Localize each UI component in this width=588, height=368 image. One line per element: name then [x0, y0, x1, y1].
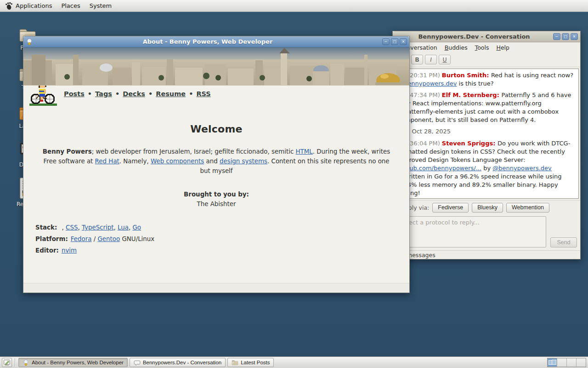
panel-menu-applications[interactable]: Applications — [0, 0, 57, 12]
chat-window-controls: −□× — [553, 33, 578, 40]
inline-link[interactable]: Web components — [151, 158, 204, 165]
format-u-button[interactable]: U — [439, 55, 451, 64]
format-i-button[interactable]: I — [425, 55, 437, 64]
panel-menu-system[interactable]: System — [85, 0, 116, 12]
text-segment: component, but it's still based on Patte… — [398, 116, 536, 123]
chat-message-line: improved Design Tokens Language Server: — [398, 156, 575, 164]
jerusalem-skyline — [23, 47, 409, 85]
chat-statusbar: messages — [393, 250, 580, 259]
text-segment: , — [78, 224, 82, 231]
text-segment: 94.4% less memory and 89.2% smaller bina… — [398, 181, 558, 188]
site-banner-image — [23, 47, 409, 85]
panel-menu-label: Places — [61, 2, 80, 9]
text-segment: / — [91, 236, 97, 242]
reply-webmention-button[interactable]: Webmention — [506, 203, 549, 213]
show-desktop-icon — [3, 359, 11, 366]
inline-link[interactable]: CSS — [66, 224, 78, 231]
lightbulb-icon — [26, 38, 33, 46]
inline-link[interactable]: Red Hat — [95, 158, 119, 165]
chat-reply-bar: Reply via: FediverseBlueskyWebmention — [393, 200, 580, 214]
close-button[interactable]: × — [571, 33, 578, 40]
text-segment: Red hat is using react now? — [491, 72, 573, 79]
text-segment: GNU/Linux — [120, 236, 154, 242]
show-desktop-button[interactable] — [2, 358, 12, 367]
chat-menu-buddies[interactable]: Buddies — [441, 43, 471, 52]
nav-bullet: • — [115, 90, 119, 98]
reply-fediverse-button[interactable]: Fediverse — [432, 203, 469, 213]
chat-message: (12:20:31 PM) Burton Smith: Red hat is u… — [398, 71, 575, 88]
meta-row: Editor:nvim — [35, 245, 409, 256]
inline-link[interactable]: Lua — [118, 224, 129, 231]
inline-link[interactable]: github.com/bennypowers/... — [398, 165, 481, 172]
inline-link[interactable]: Fedora — [71, 236, 92, 242]
chat-message-line: component, but it's still based on Patte… — [398, 116, 575, 124]
taskbar: About - Benny Powers, Web DeveloperBenny… — [0, 356, 588, 368]
chat-window-title: Bennypowers.Dev - Conversation — [395, 33, 553, 40]
text-segment: improved Design Tokens Language Server: — [398, 156, 526, 163]
panel-menu-bar: ApplicationsPlacesSystem — [0, 0, 116, 12]
inline-link[interactable]: @bennypowers.dev — [492, 165, 551, 172]
text-segment: Benny Powers — [43, 148, 92, 155]
brought-label: Brought to you by: — [23, 190, 409, 199]
chat-message-area[interactable]: (12:20:31 PM) Burton Smith: Red hat is u… — [394, 69, 579, 199]
chat-message-line: coding! — [398, 189, 575, 197]
workspace-4[interactable] — [576, 358, 586, 367]
chat-titlebar[interactable]: Bennypowers.Dev - Conversation −□× — [393, 31, 580, 42]
chat-message-line: (12:47:34 PM) Elf M. Sternberg: Patternf… — [398, 91, 575, 99]
maximize-button[interactable]: □ — [391, 38, 398, 45]
task-button-3[interactable]: Latest Posts — [227, 358, 274, 367]
maximize-button[interactable]: □ — [562, 33, 569, 40]
chat-menu-tools[interactable]: Tools — [471, 43, 493, 52]
workspace-2[interactable] — [557, 358, 566, 367]
text-segment: rewritten in Go for a 96.2% speed increa… — [398, 173, 562, 180]
brought-to-you-by: Brought to you by: The Abishter — [23, 190, 409, 209]
minimize-button[interactable]: − — [553, 33, 560, 40]
inline-link[interactable]: Go — [132, 224, 141, 231]
brought-value: The Abishter — [23, 199, 409, 209]
chat-message-line: (12:36:04 PM) Steven Spriggs: Do you wor… — [398, 139, 575, 148]
meta-row: Platform:Fedora / Gentoo GNU/Linux — [35, 233, 409, 245]
chat-message-line: @patternfly-elements just came out with … — [398, 108, 575, 116]
chat-format-toolbar: BIU — [393, 52, 580, 67]
close-button[interactable]: × — [400, 38, 407, 45]
inline-link[interactable]: design systems — [220, 158, 267, 165]
nav-link-tags[interactable]: Tags — [95, 90, 112, 98]
chat-menu-help[interactable]: Help — [493, 43, 514, 52]
task-button-label: About - Benny Powers, Web Developer — [32, 360, 124, 365]
inline-link[interactable]: nvim — [62, 247, 77, 254]
nav-link-decks[interactable]: Decks — [123, 90, 145, 98]
workspace-1[interactable] — [548, 358, 557, 367]
inline-link[interactable]: TypeScript — [82, 224, 114, 231]
reply-input[interactable] — [396, 216, 546, 247]
chat-message-line: only React implementations: www.patternf… — [398, 99, 575, 108]
inline-link[interactable]: Gentoo — [97, 236, 120, 242]
nav-bullet: • — [88, 90, 92, 98]
chat-message-line: 94.4% less memory and 89.2% smaller bina… — [398, 181, 575, 189]
format-b-button[interactable]: B — [411, 55, 423, 64]
desktop-surface[interactable]: ApplicationsPlacesSystem PostsTagsLatest… — [0, 0, 588, 368]
task-button-2[interactable]: Bennypowers.Dev - Conversation — [130, 358, 226, 367]
text-segment: , — [60, 224, 66, 231]
reply-bluesky-button[interactable]: Bluesky — [472, 203, 503, 213]
reply-protocol-buttons: FediverseBlueskyWebmention — [432, 203, 549, 213]
panel-menu-places[interactable]: Places — [57, 0, 85, 12]
text-segment: . Namely, — [119, 158, 151, 165]
send-button[interactable]: Send — [550, 237, 577, 247]
workspace-3[interactable] — [566, 358, 576, 367]
nav-link-rss[interactable]: RSS — [196, 90, 210, 98]
text-segment: Do you work with DTCG- — [498, 140, 570, 147]
nav-link-resume[interactable]: Resume — [156, 90, 186, 98]
chat-status-text: messages — [407, 252, 435, 259]
date-separator: Tue, Oct 28, 2025 — [398, 127, 575, 136]
gnome-foot-icon — [5, 2, 13, 10]
chat-window: Bennypowers.Dev - Conversation −□× Conve… — [392, 31, 581, 259]
task-button-1[interactable]: About - Benny Powers, Web Developer — [18, 358, 128, 367]
text-segment: Burton Smith: — [442, 72, 491, 79]
site-nav: Posts•Tags•Decks•Resume•RSS — [23, 86, 409, 98]
browser-titlebar[interactable]: About - Benny Powers, Web Developer −□× — [23, 36, 409, 47]
browser-window-title: About - Benny Powers, Web Developer — [33, 38, 382, 45]
nav-link-posts[interactable]: Posts — [64, 90, 85, 98]
minimize-button[interactable]: − — [382, 38, 390, 45]
inline-link[interactable]: HTML — [296, 148, 313, 155]
browser-window: About - Benny Powers, Web Developer −□× — [23, 36, 410, 293]
